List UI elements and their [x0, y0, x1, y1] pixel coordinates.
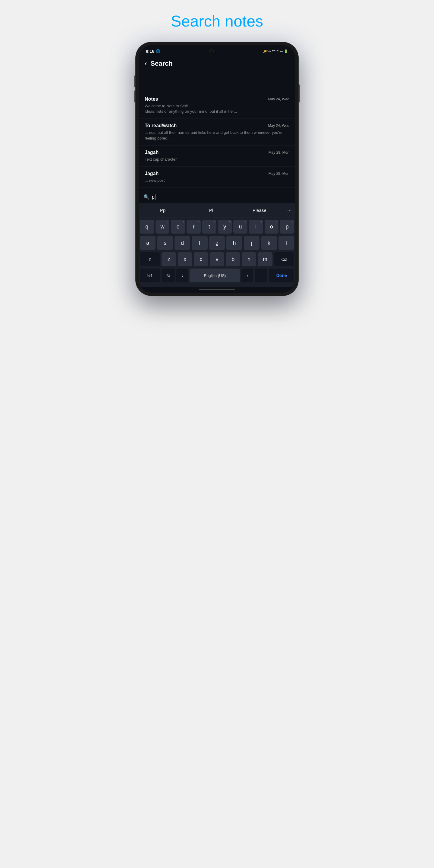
key-k[interactable]: k: [261, 236, 277, 250]
home-bar: [199, 289, 235, 290]
page-title: Search notes: [171, 12, 263, 30]
key-symbols[interactable]: !#1: [140, 269, 160, 282]
search-input[interactable]: p: [152, 194, 156, 200]
note-preview-1: ... eos, put all their names and links h…: [145, 130, 289, 141]
note-header-0: Notes May 24, Wed: [145, 96, 289, 102]
autocomplete-suggestion-1[interactable]: Pl: [187, 207, 235, 214]
key-arrow-left[interactable]: ‹: [176, 269, 188, 282]
vol-up-button[interactable]: [134, 75, 135, 87]
key-b[interactable]: b: [226, 252, 240, 266]
note-title-2: Jagah: [145, 150, 158, 155]
key-period[interactable]: .: [255, 269, 267, 282]
note-title-0: Notes: [145, 96, 158, 102]
key-m[interactable]: m: [258, 252, 272, 266]
key-h[interactable]: h: [226, 236, 242, 250]
key-z[interactable]: z: [161, 252, 176, 266]
note-item-3[interactable]: Jagah May 29, Mon ... new post: [138, 167, 296, 188]
note-item-1[interactable]: To read/watch May 24, Wed ... eos, put a…: [138, 119, 296, 145]
phone-device: 8:16 🌐 🔑 VoLTE R ▪▪▪ 🔋 ‹ Search: [135, 42, 299, 296]
search-bar[interactable]: 🔍 p: [138, 191, 296, 203]
note-date-0: May 24, Wed: [268, 97, 289, 101]
key-e[interactable]: e3: [171, 220, 185, 234]
autocomplete-bar: Pp Pl Please ···: [138, 203, 296, 218]
keyboard-row-3: ⇧ z x c v b n m ⌫: [140, 252, 294, 266]
home-indicator: [138, 287, 296, 293]
key-t[interactable]: t5: [202, 220, 216, 234]
key-j[interactable]: j: [244, 236, 259, 250]
note-date-1: May 24, Wed: [268, 124, 289, 128]
vol-down-button[interactable]: [134, 90, 135, 102]
note-item-0[interactable]: Notes May 24, Wed Welcome to Note to Sel…: [138, 92, 296, 119]
key-u[interactable]: u7: [233, 220, 247, 234]
key-y[interactable]: y6: [218, 220, 232, 234]
note-date-3: May 29, Mon: [269, 172, 289, 176]
status-bar: 8:16 🌐 🔑 VoLTE R ▪▪▪ 🔋: [138, 45, 296, 56]
keyboard: q1 w2 e3 r4 t5 y6 u7 i8 o9 p0 a s d f: [138, 218, 296, 287]
notes-list: Notes May 24, Wed Welcome to Note to Sel…: [138, 89, 296, 191]
screen-title: Search: [150, 60, 173, 67]
camera-notch: [210, 49, 214, 53]
key-x[interactable]: x: [178, 252, 192, 266]
autocomplete-suggestion-0[interactable]: Pp: [138, 207, 187, 214]
back-button[interactable]: ‹: [145, 60, 147, 67]
note-date-2: May 29, Mon: [269, 150, 289, 155]
key-a[interactable]: a: [140, 236, 156, 250]
note-preview-2: Text cap character: [145, 157, 289, 162]
status-time: 8:16 🌐: [146, 49, 160, 54]
note-header-1: To read/watch May 24, Wed: [145, 123, 289, 128]
autocomplete-more-button[interactable]: ···: [284, 206, 296, 215]
key-d[interactable]: d: [175, 236, 190, 250]
keyboard-bottom-row: !#1 ☺ ‹ English (US) › . Done: [140, 269, 294, 282]
key-s[interactable]: s: [157, 236, 173, 250]
key-v[interactable]: v: [210, 252, 224, 266]
key-g[interactable]: g: [209, 236, 225, 250]
key-i[interactable]: i8: [249, 220, 263, 234]
note-title-1: To read/watch: [145, 123, 177, 128]
key-o[interactable]: o9: [265, 220, 279, 234]
status-icons: 🔑 VoLTE R ▪▪▪ 🔋: [263, 50, 288, 53]
key-shift[interactable]: ⇧: [140, 252, 160, 266]
key-n[interactable]: n: [242, 252, 256, 266]
power-button[interactable]: [299, 84, 300, 102]
key-space[interactable]: English (US): [190, 269, 240, 282]
app-bar: ‹ Search: [138, 56, 296, 71]
key-emoji[interactable]: ☺: [161, 269, 175, 282]
key-f[interactable]: f: [192, 236, 207, 250]
keyboard-row-1: q1 w2 e3 r4 t5 y6 u7 i8 o9 p0: [140, 220, 294, 234]
note-title-3: Jagah: [145, 171, 158, 176]
note-header-3: Jagah May 29, Mon: [145, 171, 289, 176]
autocomplete-suggestion-2[interactable]: Please: [236, 207, 284, 214]
key-backspace[interactable]: ⌫: [274, 252, 294, 266]
note-item-2[interactable]: Jagah May 29, Mon Text cap character: [138, 146, 296, 167]
text-cursor: [155, 194, 156, 200]
key-p[interactable]: p0: [280, 220, 294, 234]
key-r[interactable]: r4: [187, 220, 201, 234]
keyboard-row-2: a s d f g h j k l: [140, 236, 294, 250]
note-preview-0: Welcome to Note to Self!Ideas, lists or …: [145, 103, 289, 114]
key-done[interactable]: Done: [269, 269, 294, 282]
note-header-2: Jagah May 29, Mon: [145, 150, 289, 155]
key-w[interactable]: w2: [156, 220, 170, 234]
key-c[interactable]: c: [194, 252, 208, 266]
phone-screen: 8:16 🌐 🔑 VoLTE R ▪▪▪ 🔋 ‹ Search: [138, 45, 296, 293]
spacer: [138, 71, 296, 89]
search-icon: 🔍: [144, 194, 150, 200]
key-arrow-right[interactable]: ›: [241, 269, 253, 282]
key-q[interactable]: q1: [140, 220, 154, 234]
note-preview-3: ... new post: [145, 178, 289, 183]
key-l[interactable]: l: [278, 236, 294, 250]
